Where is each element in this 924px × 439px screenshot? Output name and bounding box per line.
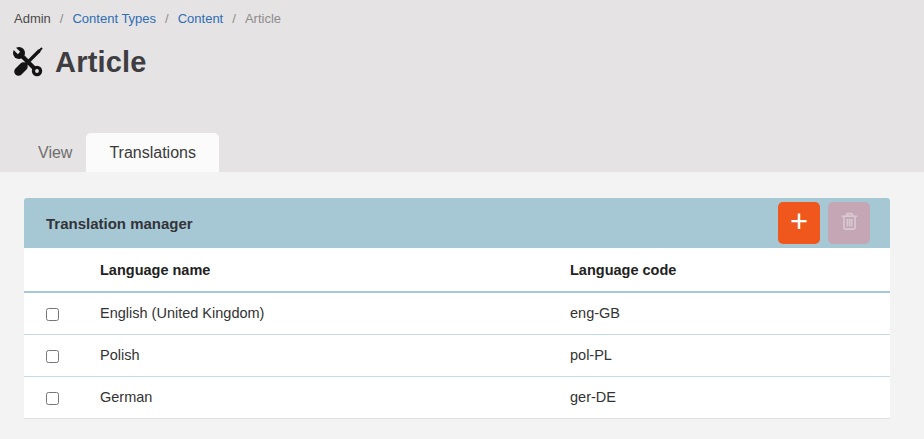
column-header-select <box>24 248 80 292</box>
page-title: Article <box>55 46 147 79</box>
panel-header: Translation manager + <box>24 198 890 248</box>
breadcrumb-item-admin: Admin <box>14 11 51 26</box>
breadcrumb-link-content[interactable]: Content <box>178 11 224 26</box>
panel-title: Translation manager <box>46 215 193 232</box>
title-row: Article <box>10 44 924 80</box>
table-row: English (United Kingdom) eng-GB <box>24 292 890 334</box>
tab-translations[interactable]: Translations <box>86 133 219 172</box>
language-code-cell: eng-GB <box>570 292 890 334</box>
language-code-cell: ger-DE <box>570 376 890 418</box>
tab-bar: View Translations <box>24 133 924 172</box>
row-checkbox[interactable] <box>46 350 59 363</box>
language-code-cell: pol-PL <box>570 334 890 376</box>
translations-table: Language name Language code English (Uni… <box>24 248 890 419</box>
table-row: German ger-DE <box>24 376 890 418</box>
add-translation-button[interactable]: + <box>778 202 820 244</box>
row-checkbox[interactable] <box>46 392 59 405</box>
column-header-language-name: Language name <box>80 248 570 292</box>
breadcrumb-separator: / <box>232 11 236 26</box>
delete-translation-button[interactable] <box>828 202 870 244</box>
column-header-language-code: Language code <box>570 248 890 292</box>
breadcrumb: Admin / Content Types / Content / Articl… <box>0 0 924 26</box>
page-header: Admin / Content Types / Content / Articl… <box>0 0 924 172</box>
language-name-cell: Polish <box>80 334 570 376</box>
translation-manager-panel: Translation manager + <box>24 198 890 419</box>
trash-icon <box>838 210 861 236</box>
breadcrumb-link-content-types[interactable]: Content Types <box>72 11 156 26</box>
breadcrumb-separator: / <box>165 11 169 26</box>
plus-icon: + <box>790 206 808 237</box>
breadcrumb-item-article: Article <box>245 11 281 26</box>
table-header-row: Language name Language code <box>24 248 890 292</box>
row-checkbox[interactable] <box>46 308 59 321</box>
table-row: Polish pol-PL <box>24 334 890 376</box>
language-name-cell: German <box>80 376 570 418</box>
tools-icon <box>10 44 46 80</box>
language-name-cell: English (United Kingdom) <box>80 292 570 334</box>
tab-view[interactable]: View <box>24 133 86 172</box>
content-area: Translation manager + <box>0 172 924 439</box>
panel-actions: + <box>778 202 870 244</box>
breadcrumb-separator: / <box>60 11 64 26</box>
